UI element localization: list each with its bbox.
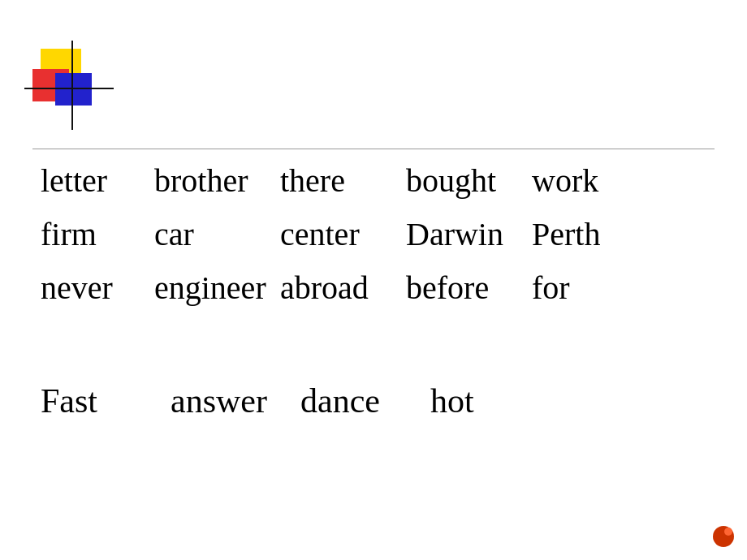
word-grid: letter brother there bought work firm ca… xyxy=(41,154,723,315)
bottom-right-icon xyxy=(713,526,736,549)
word-dance: dance xyxy=(300,381,430,420)
word-abroad: abroad xyxy=(280,261,406,315)
word-answer: answer xyxy=(171,381,300,420)
word-center: center xyxy=(280,208,406,261)
divider-line xyxy=(32,149,715,149)
word-car: car xyxy=(154,208,280,261)
logo-decoration xyxy=(32,49,106,122)
word-firm: firm xyxy=(41,208,154,261)
word-row-2: firm car center Darwin Perth xyxy=(41,208,723,261)
word-work: work xyxy=(532,154,658,208)
word-row-1: letter brother there bought work xyxy=(41,154,723,208)
word-hot: hot xyxy=(430,381,536,420)
word-there: there xyxy=(280,154,406,208)
word-bought: bought xyxy=(406,154,532,208)
square-blue xyxy=(55,73,92,106)
bottom-word-row: Fast answer dance hot xyxy=(41,381,536,420)
word-before: before xyxy=(406,261,532,315)
word-row-3: never engineer abroad before for xyxy=(41,261,723,315)
word-letter: letter xyxy=(41,154,154,208)
word-darwin: Darwin xyxy=(406,208,532,261)
word-brother: brother xyxy=(154,154,280,208)
word-for: for xyxy=(532,261,658,315)
word-never: never xyxy=(41,261,154,315)
crosshair-horizontal xyxy=(24,88,114,89)
icon-circle xyxy=(713,526,734,547)
word-fast: Fast xyxy=(41,381,171,420)
crosshair-vertical xyxy=(71,41,73,130)
word-engineer: engineer xyxy=(154,261,280,315)
word-perth: Perth xyxy=(532,208,658,261)
